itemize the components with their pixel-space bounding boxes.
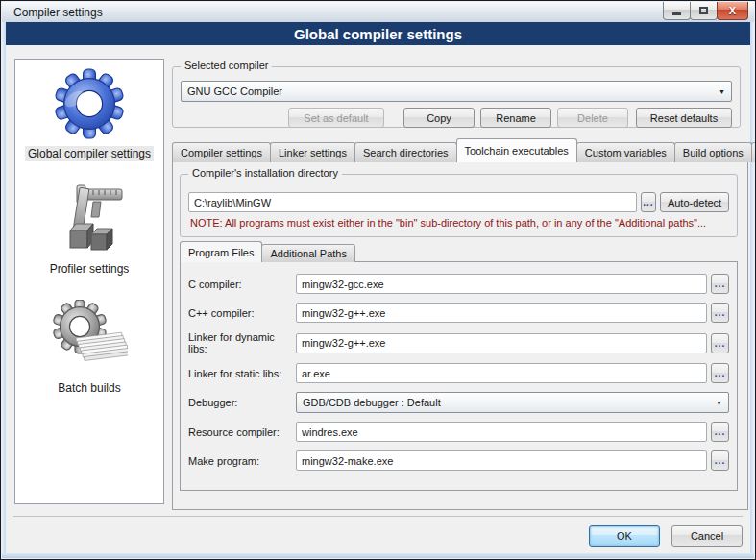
resource-compiler-input[interactable] xyxy=(296,422,707,442)
field-row-cpp-compiler: C++ compiler: ... xyxy=(188,303,729,323)
dynamic-linker-input[interactable] xyxy=(296,333,707,353)
close-icon: X xyxy=(729,5,736,16)
browse-directory-button[interactable]: ... xyxy=(641,192,656,212)
install-directory-row: ... Auto-detect xyxy=(188,192,729,212)
static-linker-input[interactable] xyxy=(296,363,707,383)
rename-button[interactable]: Rename xyxy=(480,108,551,128)
copy-button[interactable]: Copy xyxy=(403,108,475,128)
tab-compiler-settings[interactable]: Compiler settings xyxy=(172,142,271,162)
ok-button[interactable]: OK xyxy=(589,525,660,547)
install-directory-input[interactable] xyxy=(188,192,637,212)
program-files-panel: C compiler: ... C++ compiler: ... Linker… xyxy=(180,261,738,491)
restore-icon xyxy=(699,7,708,14)
debugger-label: Debugger: xyxy=(188,397,296,408)
compiler-actions-row: Set as default Copy Rename Delete Reset … xyxy=(181,108,732,128)
field-row-dynamic-linker: Linker for dynamic libs: ... xyxy=(188,331,729,354)
chevron-down-icon: ▼ xyxy=(716,400,722,406)
caliper-icon xyxy=(51,181,128,257)
cpp-compiler-input[interactable] xyxy=(296,303,707,323)
subtab-program-files[interactable]: Program Files xyxy=(180,241,262,262)
subtab-additional-paths[interactable]: Additional Paths xyxy=(261,244,355,262)
delete-button: Delete xyxy=(557,108,628,128)
make-program-input[interactable] xyxy=(296,450,707,471)
tab-partial[interactable] xyxy=(751,142,756,162)
tab-toolchain-executables[interactable]: Toolchain executables xyxy=(456,138,577,162)
field-row-static-linker: Linker for static libs: ... xyxy=(188,363,729,383)
field-row-resource-compiler: Resource compiler: ... xyxy=(188,422,729,442)
browse-make-program-button[interactable]: ... xyxy=(711,450,729,471)
sidebar-item-label: Global compiler settings xyxy=(25,146,154,161)
dialog-body: Global compiler settings xyxy=(6,45,750,553)
close-button[interactable]: X xyxy=(717,2,748,20)
selected-compiler-group-label: Selected compiler xyxy=(181,60,272,71)
toolchain-subtab-strip: Program Files Additional Paths xyxy=(180,241,354,262)
sidebar-item-label: Batch builds xyxy=(55,380,123,396)
cpp-compiler-label: C++ compiler: xyxy=(188,307,296,319)
compiler-settings-dialog: Compiler settings X Global compiler sett… xyxy=(0,0,756,560)
field-row-make-program: Make program: ... xyxy=(188,450,729,471)
field-row-debugger: Debugger: GDB/CDB debugger : Default ▼ xyxy=(188,392,729,413)
sidebar-item-label: Profiler settings xyxy=(47,261,133,277)
sidebar-item-batch-builds[interactable]: Batch builds xyxy=(51,300,128,396)
minimize-icon xyxy=(672,12,681,15)
compiler-select[interactable]: GNU GCC Compiler ▼ xyxy=(181,81,732,102)
resource-compiler-label: Resource compiler: xyxy=(188,426,296,438)
debugger-select-value: GDB/CDB debugger : Default xyxy=(303,397,441,408)
window-controls: X xyxy=(664,2,748,20)
install-directory-note: NOTE: All programs must exist either in … xyxy=(190,217,729,229)
install-directory-group: Compiler's installation directory ... Au… xyxy=(180,174,738,237)
blue-gear-icon xyxy=(51,65,128,142)
gray-gear-stack-icon xyxy=(51,300,128,377)
browse-dynamic-linker-button[interactable]: ... xyxy=(711,333,729,353)
browse-resource-compiler-button[interactable]: ... xyxy=(711,422,729,442)
dialog-header: Global compiler settings xyxy=(6,22,750,45)
sidebar-item-profiler-settings[interactable]: Profiler settings xyxy=(47,181,133,277)
window-title: Compiler settings xyxy=(2,6,103,19)
window-frame-right xyxy=(750,2,754,558)
tab-build-options[interactable]: Build options xyxy=(674,142,752,162)
footer-divider xyxy=(13,516,743,517)
sidebar-item-global-compiler-settings[interactable]: Global compiler settings xyxy=(25,65,154,161)
field-row-c-compiler: C compiler: ... xyxy=(188,274,729,294)
dynamic-linker-label: Linker for dynamic libs: xyxy=(188,331,296,354)
compiler-select-value: GNU GCC Compiler xyxy=(187,85,282,97)
cancel-button[interactable]: Cancel xyxy=(671,525,743,547)
tab-custom-variables[interactable]: Custom variables xyxy=(576,142,675,162)
maximize-button[interactable] xyxy=(690,2,718,20)
auto-detect-button[interactable]: Auto-detect xyxy=(660,192,729,212)
title-bar[interactable]: Compiler settings X xyxy=(2,2,754,22)
window-frame-bottom xyxy=(2,553,754,558)
install-directory-group-label: Compiler's installation directory xyxy=(188,167,342,179)
tab-search-directories[interactable]: Search directories xyxy=(354,142,457,162)
tab-linker-settings[interactable]: Linker settings xyxy=(270,142,355,162)
selected-compiler-group: Selected compiler GNU GCC Compiler ▼ Set… xyxy=(172,66,741,128)
c-compiler-label: C compiler: xyxy=(188,279,296,290)
static-linker-label: Linker for static libs: xyxy=(188,368,296,379)
minimize-button[interactable] xyxy=(663,2,691,20)
browse-cpp-compiler-button[interactable]: ... xyxy=(711,303,729,323)
browse-c-compiler-button[interactable]: ... xyxy=(711,274,729,294)
dialog-header-title: Global compiler settings xyxy=(294,26,462,42)
browse-static-linker-button[interactable]: ... xyxy=(711,363,729,383)
set-as-default-button: Set as default xyxy=(288,108,384,128)
settings-tab-strip: Compiler settings Linker settings Search… xyxy=(172,138,756,162)
reset-defaults-button[interactable]: Reset defaults xyxy=(636,108,732,128)
c-compiler-input[interactable] xyxy=(296,274,707,294)
debugger-select[interactable]: GDB/CDB debugger : Default ▼ xyxy=(296,392,729,413)
chevron-down-icon: ▼ xyxy=(719,88,725,95)
settings-category-list: Global compiler settings xyxy=(14,59,164,504)
make-program-label: Make program: xyxy=(188,455,296,467)
